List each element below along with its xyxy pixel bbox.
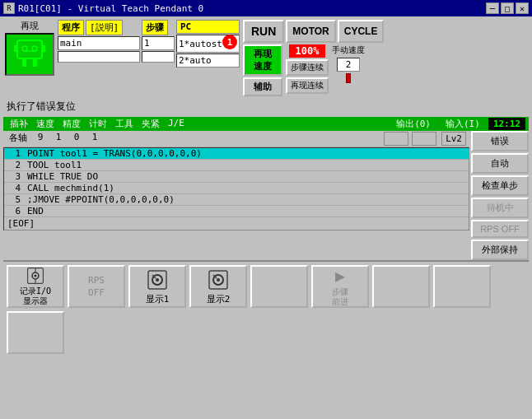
maximize-button[interactable]: □: [501, 2, 514, 14]
svg-point-10: [34, 274, 36, 277]
step-value: 1: [142, 36, 175, 50]
window-title: R01[C01] - Virtual Teach Pendant 0: [18, 3, 203, 14]
menu-item-timer[interactable]: 计时: [86, 118, 110, 130]
cycle-button[interactable]: CYCLE: [338, 20, 385, 43]
line-code: CALL mechmind(1): [27, 183, 465, 193]
buken-label: 步骤: [142, 20, 168, 35]
step-empty: [142, 51, 175, 63]
motor-button[interactable]: MOTOR: [286, 20, 335, 43]
table-row[interactable]: 5 ;JMOVE #PPOINT(0,0,0,0,0,0): [4, 194, 469, 206]
step-forward-button[interactable]: ▶ 步骤前进: [311, 265, 369, 308]
table-row[interactable]: 3 WHILE TRUE DO: [4, 171, 469, 183]
menu-item-tool[interactable]: 工具: [112, 118, 137, 130]
line-code: TOOL tool1: [27, 160, 465, 170]
setumei-label: [説明]: [86, 20, 123, 35]
empty-btn-1: [250, 265, 308, 308]
svg-rect-3: [14, 45, 17, 52]
empty-btn-3: [433, 265, 491, 308]
pc-panel: PC 1*autost 1 2*auto: [176, 20, 240, 96]
lv2-badge: Lv2: [441, 132, 466, 146]
menu-item-je[interactable]: J/E: [165, 118, 188, 130]
main-content: 各轴 9 1 0 1 Lv2 1 POINT tool1 = TRANS(0,0…: [3, 131, 529, 260]
display1-label: 显示1: [146, 293, 170, 305]
error-button[interactable]: 错误: [471, 131, 529, 151]
menu-item-speed[interactable]: 速度: [33, 118, 58, 130]
table-row[interactable]: 4 CALL mechmind(1): [4, 183, 469, 194]
rps-off-button[interactable]: RPS OFF: [471, 220, 529, 238]
line-code: WHILE TRUE DO: [27, 171, 465, 182]
program-empty: [58, 51, 140, 63]
svg-rect-1: [22, 58, 26, 67]
line-number: 4: [7, 183, 21, 193]
error-bar: 执行了错误复位: [3, 98, 529, 115]
table-row[interactable]: 6 END: [4, 206, 469, 217]
record-io-label: 记录I/O显示器: [20, 286, 51, 306]
manual-speed-indicator: [346, 73, 351, 83]
menu-item-accuracy[interactable]: 精度: [59, 118, 84, 130]
program-value: main: [58, 36, 140, 50]
menu-item-insert[interactable]: 插补: [7, 118, 31, 130]
robot-display: [5, 33, 54, 76]
display2-button[interactable]: 显示2: [189, 265, 247, 308]
right-panel: 错误 自动 检查单步 待机中 RPS OFF 外部保持: [471, 131, 529, 260]
auto-button[interactable]: 自动: [471, 153, 529, 174]
rps-label: RPS: [88, 275, 105, 286]
replay-continue-button[interactable]: 再现连续: [286, 77, 329, 94]
main-toolbar: 再現 程序 [説明] main: [3, 20, 529, 96]
manual-speed-label: 手动速度: [332, 44, 365, 56]
reigen-label: 再現: [21, 20, 39, 32]
display2-label: 显示2: [207, 293, 231, 305]
code-area: 各轴 9 1 0 1 Lv2 1 POINT tool1 = TRANS(0,0…: [3, 131, 469, 260]
svg-point-15: [156, 278, 159, 282]
play-icon: ▶: [335, 266, 345, 286]
status-nums-row: 各轴 9 1 0 1 Lv2: [3, 131, 469, 147]
record-io-button[interactable]: 记录I/O显示器: [7, 265, 64, 308]
menu-bar: 插补 速度 精度 计时 工具 夹紧 J/E 输出(0) 输入(I) 12:12: [3, 117, 529, 131]
window-controls: ─ □ ✕: [486, 2, 529, 14]
pc-label: PC: [176, 20, 240, 34]
clock-display: 12:12: [488, 118, 525, 130]
reigen-speed-button[interactable]: 再现速度: [243, 44, 282, 76]
check-step-button[interactable]: 检查单步: [471, 175, 529, 196]
off-label: OFF: [88, 287, 105, 298]
display1-button[interactable]: 显示1: [128, 265, 186, 308]
line-number: 6: [7, 206, 21, 216]
bottom-toolbar: 记录I/O显示器 RPS OFF 显示1 显示2: [3, 260, 529, 357]
pc-badge: 1: [222, 35, 237, 49]
step-continue-button[interactable]: 步骤连续: [286, 59, 329, 76]
input-label: 输入(I): [439, 118, 487, 130]
pc-value1: 1*autost: [179, 39, 222, 49]
line-number: 3: [7, 171, 21, 182]
external-hold-button[interactable]: 外部保持: [471, 240, 529, 260]
svg-rect-0: [17, 40, 42, 58]
line-code: ;JMOVE #PPOINT(0,0,0,0,0,0): [27, 194, 465, 205]
svg-rect-2: [33, 58, 37, 67]
close-button[interactable]: ✕: [516, 2, 529, 14]
table-row[interactable]: 2 TOOL tool1: [4, 160, 469, 171]
line-code: END: [27, 206, 465, 216]
title-bar: R R01[C01] - Virtual Teach Pendant 0 ─ □…: [0, 0, 532, 16]
minimize-button[interactable]: ─: [486, 2, 499, 14]
step-panel: 步骤 1: [142, 20, 175, 96]
menu-item-clamp[interactable]: 夹紧: [138, 118, 163, 130]
code-editor: 1 POINT tool1 = TRANS(0,0,0,0,0,0) 2 TOO…: [3, 147, 469, 230]
rps-off-btn[interactable]: RPS OFF: [68, 265, 125, 308]
svg-point-6: [32, 46, 37, 51]
line-number: 5: [7, 194, 21, 205]
eof-row: [EOF]: [4, 217, 469, 230]
manual-speed-value: 2: [337, 58, 360, 72]
run-button[interactable]: RUN: [243, 20, 284, 43]
standby-button[interactable]: 待机中: [471, 198, 529, 218]
empty-btn-2: [372, 265, 430, 308]
output-label: 输出(0): [390, 118, 437, 130]
table-row[interactable]: 1 POINT tool1 = TRANS(0,0,0,0,0,0): [4, 148, 469, 160]
hojo-button[interactable]: 辅助: [243, 77, 282, 96]
svg-rect-4: [42, 45, 45, 52]
line-number: 1: [7, 148, 21, 159]
step-forward-label: 步骤前进: [332, 287, 348, 307]
program-label: 程序: [58, 20, 84, 35]
speed-value: 100%: [289, 44, 325, 58]
program-panel: 程序 [説明] main: [58, 20, 140, 96]
svg-point-5: [22, 46, 27, 51]
pc-value2: 2*auto: [176, 54, 240, 68]
